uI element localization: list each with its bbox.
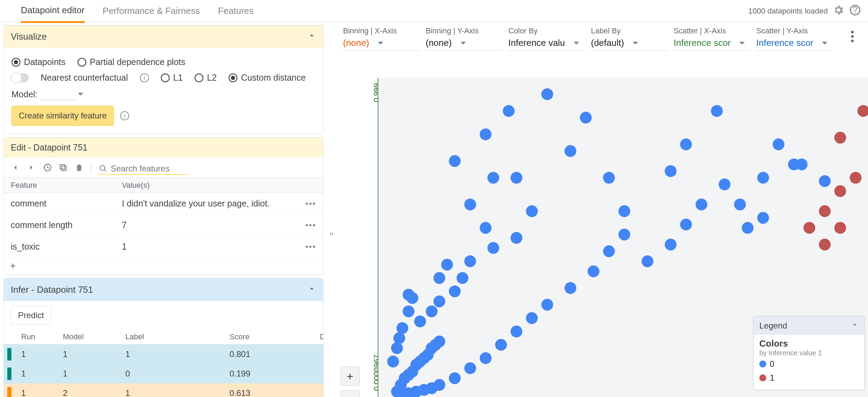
radio-l1[interactable]: L1 bbox=[161, 73, 183, 83]
scatter-point[interactable] bbox=[403, 289, 415, 301]
scatter-point[interactable] bbox=[742, 222, 753, 234]
scatter-point[interactable] bbox=[433, 295, 445, 307]
next-icon[interactable] bbox=[27, 163, 36, 173]
scatter-point[interactable] bbox=[850, 172, 861, 184]
tab-datapoint-editor[interactable]: Datapoint editor bbox=[21, 0, 85, 23]
feature-value[interactable]: 1 bbox=[122, 242, 289, 252]
scatter-point[interactable] bbox=[526, 312, 538, 324]
scatter-point[interactable] bbox=[403, 306, 415, 317]
prev-icon[interactable] bbox=[11, 163, 20, 173]
scatter-point[interactable] bbox=[464, 198, 476, 210]
radio-datapoints[interactable]: Datapoints bbox=[11, 57, 66, 67]
scatter-point[interactable] bbox=[480, 222, 492, 234]
scatter-point[interactable] bbox=[487, 242, 499, 254]
toggle-nearest-counterfactual[interactable] bbox=[11, 73, 29, 82]
delete-icon[interactable] bbox=[75, 163, 84, 173]
copy-icon[interactable] bbox=[59, 163, 68, 173]
scatter-point[interactable] bbox=[565, 145, 576, 157]
viz-control[interactable]: Scatter | X-AxisInference scor bbox=[674, 26, 750, 51]
zoom-in-button[interactable]: + bbox=[340, 366, 360, 386]
scatter-point[interactable] bbox=[796, 159, 808, 170]
viz-control[interactable]: Color ByInference valu bbox=[508, 26, 585, 51]
infer-row[interactable]: 1210.613 bbox=[4, 383, 323, 397]
scatter-point[interactable] bbox=[433, 272, 445, 284]
scatter-point[interactable] bbox=[665, 239, 676, 251]
scatter-point[interactable] bbox=[449, 372, 461, 384]
scatter-point[interactable] bbox=[510, 325, 522, 337]
scatter-point[interactable] bbox=[541, 299, 553, 311]
radio-pdp[interactable]: Partial dependence plots bbox=[77, 57, 185, 67]
scatter-point[interactable] bbox=[819, 239, 831, 251]
scatter-point[interactable] bbox=[603, 172, 615, 184]
scatter-point[interactable] bbox=[503, 105, 515, 117]
feature-value[interactable]: 7 bbox=[122, 220, 289, 230]
scatter-point[interactable] bbox=[433, 335, 445, 347]
scatter-point[interactable] bbox=[391, 342, 403, 354]
feature-row[interactable]: commentI didn't vandalize your user page… bbox=[4, 193, 323, 214]
scatter-point[interactable] bbox=[495, 339, 507, 351]
scatter-point[interactable] bbox=[449, 285, 461, 297]
row-menu-icon[interactable]: ••• bbox=[289, 220, 316, 230]
scatter-point[interactable] bbox=[449, 155, 461, 167]
info-icon[interactable]: i bbox=[120, 111, 129, 120]
scatter-point[interactable] bbox=[719, 179, 731, 191]
scatter-point[interactable] bbox=[565, 282, 576, 294]
scatter-point[interactable] bbox=[773, 138, 784, 150]
feature-value[interactable]: I didn't vandalize your user page, idiot… bbox=[122, 198, 289, 209]
infer-header[interactable]: Infer - Datapoint 751 bbox=[4, 278, 323, 301]
scatter-point[interactable] bbox=[587, 265, 599, 277]
radio-l2[interactable]: L2 bbox=[194, 73, 217, 83]
scatter-point[interactable] bbox=[457, 272, 468, 284]
chevron-up-icon[interactable] bbox=[307, 284, 316, 295]
scatter-point[interactable] bbox=[580, 112, 592, 123]
pane-splitter[interactable]: " bbox=[327, 22, 336, 397]
scatter-point[interactable] bbox=[834, 132, 846, 144]
scatter-point[interactable] bbox=[510, 172, 522, 184]
scatter-point[interactable] bbox=[680, 138, 692, 150]
scatter-point[interactable] bbox=[510, 232, 522, 244]
scatter-point[interactable] bbox=[433, 379, 445, 391]
create-similarity-button[interactable]: Create similarity feature bbox=[11, 106, 114, 126]
tab-features[interactable]: Features bbox=[218, 0, 254, 22]
legend-header[interactable]: Legend bbox=[754, 317, 864, 335]
tab-performance-fairness[interactable]: Performance & Fairness bbox=[103, 0, 200, 22]
infer-row[interactable]: 1100.199 bbox=[4, 364, 323, 383]
scatter-point[interactable] bbox=[464, 256, 476, 267]
radio-custom-distance[interactable]: Custom distance bbox=[228, 73, 306, 83]
vc-value[interactable]: Inference scor bbox=[756, 37, 833, 51]
row-menu-icon[interactable]: ••• bbox=[289, 242, 316, 252]
scatter-point[interactable] bbox=[397, 322, 408, 334]
scatter-point[interactable] bbox=[642, 256, 653, 267]
model-select[interactable]: Model: bbox=[11, 88, 83, 100]
viz-menu-icon[interactable] bbox=[851, 26, 861, 44]
scatter-point[interactable] bbox=[441, 259, 453, 270]
scatter-point[interactable] bbox=[834, 185, 846, 197]
scatter-point[interactable] bbox=[603, 245, 615, 257]
vc-value[interactable]: Inference scor bbox=[674, 37, 750, 51]
viz-control[interactable]: Label By(default) bbox=[591, 26, 667, 51]
row-menu-icon[interactable]: ••• bbox=[289, 199, 316, 209]
scatter-point[interactable] bbox=[711, 105, 723, 117]
scatter-point[interactable] bbox=[757, 212, 769, 224]
search-features-input[interactable] bbox=[98, 162, 189, 175]
scatter-point[interactable] bbox=[834, 222, 846, 234]
vc-value[interactable]: Inference valu bbox=[508, 37, 585, 51]
scatter-point[interactable] bbox=[480, 128, 492, 140]
infer-row[interactable]: 1110.801 bbox=[4, 345, 323, 364]
scatter-point[interactable] bbox=[393, 332, 405, 344]
feature-row[interactable]: is_toxic1••• bbox=[4, 236, 323, 258]
scatter-point[interactable] bbox=[487, 172, 499, 184]
chevron-up-icon[interactable] bbox=[307, 31, 316, 42]
vc-value[interactable]: (none) bbox=[343, 37, 419, 51]
scatter-point[interactable] bbox=[757, 172, 769, 184]
predict-button[interactable]: Predict bbox=[11, 306, 51, 325]
visualize-header[interactable]: Visualize bbox=[4, 25, 323, 48]
scatter-point[interactable] bbox=[695, 198, 707, 210]
viz-control[interactable]: Binning | X-Axis(none) bbox=[343, 26, 419, 51]
scatter-point[interactable] bbox=[734, 198, 746, 210]
help-icon[interactable]: ? bbox=[849, 4, 861, 18]
scatter-point[interactable] bbox=[819, 205, 831, 217]
viz-control[interactable]: Scatter | Y-AxisInference scor bbox=[756, 26, 833, 51]
info-icon[interactable]: i bbox=[140, 73, 149, 82]
zoom-out-button[interactable]: − bbox=[340, 390, 360, 397]
